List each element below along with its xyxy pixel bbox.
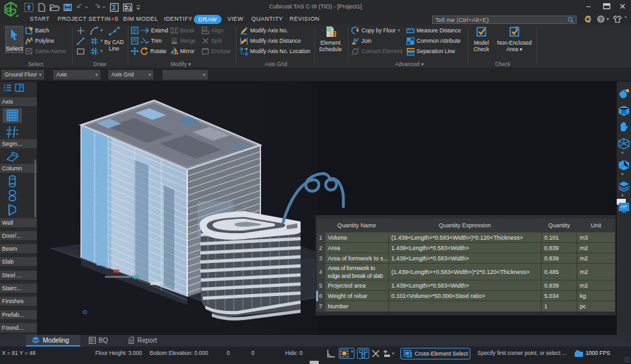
svg-text:?: ? (599, 16, 603, 23)
svg-text:3D: 3D (621, 110, 627, 115)
svg-text:▾: ▾ (392, 351, 395, 356)
